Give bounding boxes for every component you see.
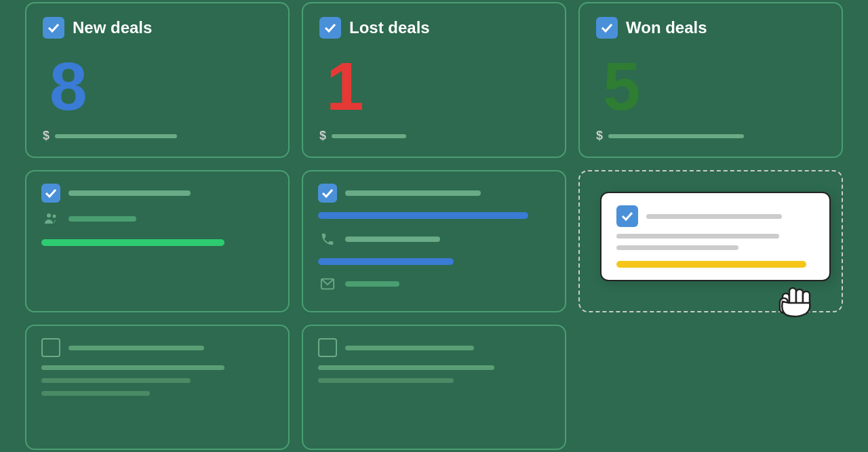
unchecked-card-1[interactable] bbox=[25, 325, 290, 450]
svg-point-0 bbox=[47, 213, 51, 218]
unchecked-1-checkbox[interactable] bbox=[41, 338, 60, 357]
deal-2-row-1 bbox=[318, 184, 550, 203]
email-icon bbox=[318, 274, 337, 293]
deal-2-title-line bbox=[345, 190, 481, 196]
deal-detail-card-1[interactable] bbox=[25, 170, 290, 312]
deal-2-phone-line bbox=[345, 237, 440, 242]
deal-2-progress-2 bbox=[318, 258, 454, 265]
deal-2-row-2 bbox=[318, 230, 550, 249]
unchecked-2-checkbox[interactable] bbox=[318, 338, 337, 357]
unchecked-2-line-3 bbox=[318, 378, 454, 383]
deal-1-title-line bbox=[68, 190, 191, 196]
float-checkbox bbox=[616, 205, 638, 227]
phone-icon bbox=[318, 230, 337, 249]
new-deals-header: New deals bbox=[43, 17, 272, 39]
float-sub-line-1 bbox=[616, 234, 779, 239]
unchecked-1-title-line bbox=[68, 346, 204, 350]
lost-deals-checkbox bbox=[319, 17, 341, 39]
float-card-zone bbox=[578, 170, 843, 312]
unchecked-2-row-1 bbox=[318, 338, 550, 357]
deal-2-email-line bbox=[345, 281, 399, 287]
unchecked-1-line-2 bbox=[41, 365, 224, 370]
deal-row-2 bbox=[41, 209, 273, 228]
won-deals-number: 5 bbox=[603, 52, 825, 120]
new-deals-dollar: $ bbox=[43, 129, 272, 143]
new-deals-dollar-line bbox=[55, 134, 177, 138]
unchecked-2-title-line bbox=[345, 346, 474, 350]
new-deals-number: 8 bbox=[50, 52, 272, 120]
new-deals-title: New deals bbox=[73, 18, 152, 37]
float-sub-line-2 bbox=[616, 245, 738, 250]
float-card[interactable] bbox=[600, 192, 831, 281]
deal-detail-card-2[interactable] bbox=[302, 170, 566, 312]
deal-2-checkbox bbox=[318, 184, 337, 203]
deal-1-sub-line bbox=[68, 216, 136, 222]
main-grid: New deals 8 $ Lost deals 1 $ Won deals bbox=[12, 0, 856, 452]
lost-deals-number: 1 bbox=[326, 52, 549, 120]
lost-deals-title: Lost deals bbox=[349, 18, 430, 37]
float-progress bbox=[616, 261, 806, 268]
lost-deals-card[interactable]: Lost deals 1 $ bbox=[302, 2, 566, 158]
dollar-sign: $ bbox=[43, 129, 50, 143]
unchecked-1-line-4 bbox=[41, 391, 150, 396]
lost-deals-header: Lost deals bbox=[319, 17, 549, 39]
won-deals-card[interactable]: Won deals 5 $ bbox=[578, 2, 843, 158]
unchecked-1-row-1 bbox=[41, 338, 273, 357]
float-title-line bbox=[646, 214, 782, 219]
lost-deals-dollar-line bbox=[332, 134, 406, 138]
float-row-1 bbox=[616, 205, 814, 227]
deal-1-checkbox bbox=[41, 184, 60, 203]
won-deals-header: Won deals bbox=[596, 17, 825, 39]
deal-2-progress-1 bbox=[318, 212, 528, 219]
dollar-sign-2: $ bbox=[319, 129, 326, 143]
new-deals-checkbox bbox=[43, 17, 64, 39]
dollar-sign-3: $ bbox=[596, 129, 603, 143]
unchecked-1-line-3 bbox=[41, 378, 191, 383]
won-deals-checkbox bbox=[596, 17, 618, 39]
unchecked-2-line-2 bbox=[318, 365, 494, 370]
svg-point-1 bbox=[53, 215, 56, 218]
deal-1-progress bbox=[41, 239, 224, 246]
people-icon bbox=[41, 209, 60, 228]
deal-2-row-3 bbox=[318, 274, 550, 293]
unchecked-card-2[interactable] bbox=[302, 325, 566, 450]
won-deals-dollar: $ bbox=[596, 129, 825, 143]
lost-deals-dollar: $ bbox=[319, 129, 549, 143]
won-deals-dollar-line bbox=[608, 134, 744, 138]
cursor-hand-icon bbox=[777, 274, 814, 325]
deal-row-1 bbox=[41, 184, 273, 203]
won-deals-title: Won deals bbox=[626, 18, 707, 37]
new-deals-card[interactable]: New deals 8 $ bbox=[25, 2, 290, 158]
